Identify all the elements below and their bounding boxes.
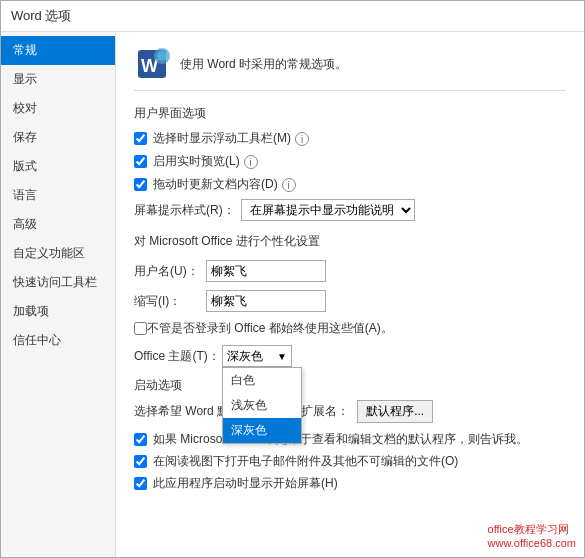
theme-dropdown-wrapper: 深灰色 ▼ 白色 浅灰色 深灰色 bbox=[222, 345, 292, 367]
theme-dropdown-btn[interactable]: 深灰色 ▼ bbox=[222, 345, 292, 367]
title-bar: Word 选项 bbox=[1, 1, 584, 32]
cb-floating-toolbar[interactable] bbox=[134, 132, 147, 145]
cb-not-default[interactable] bbox=[134, 433, 147, 446]
screen-tip-select[interactable]: 在屏幕提示中显示功能说明 bbox=[241, 199, 415, 221]
cb1-info-icon: i bbox=[295, 132, 309, 146]
word-options-window: Word 选项 常规 显示 校对 保存 版式 语言 高级 bbox=[0, 0, 585, 558]
username-input[interactable] bbox=[206, 260, 326, 282]
cb-update-drag-row: 拖动时更新文档内容(D) i bbox=[134, 176, 566, 193]
theme-dropdown-menu: 白色 浅灰色 深灰色 bbox=[222, 367, 302, 444]
cb-always-label: 不管是否登录到 Office 都始终使用这些值(A)。 bbox=[147, 320, 393, 337]
cb-email-attachments[interactable] bbox=[134, 455, 147, 468]
cb-show-start-screen-label: 此应用程序启动时显示开始屏幕(H) bbox=[153, 475, 338, 492]
theme-option-darkgray[interactable]: 深灰色 bbox=[223, 418, 301, 443]
screen-tip-row: 屏幕提示样式(R)： 在屏幕提示中显示功能说明 bbox=[134, 199, 566, 221]
section-header: W 使用 Word 时采用的常规选项。 bbox=[134, 46, 566, 91]
bottom-cb3-row: 此应用程序启动时显示开始屏幕(H) bbox=[134, 475, 566, 492]
sidebar-item-general[interactable]: 常规 bbox=[1, 36, 115, 65]
svg-point-3 bbox=[157, 51, 167, 61]
cb-live-preview[interactable] bbox=[134, 155, 147, 168]
sidebar: 常规 显示 校对 保存 版式 语言 高级 自定义功能区 bbox=[1, 32, 116, 557]
cb-update-drag[interactable] bbox=[134, 178, 147, 191]
cb-floating-toolbar-row: 选择时显示浮动工具栏(M) i bbox=[134, 130, 566, 147]
cb3-info-icon: i bbox=[282, 178, 296, 192]
cb2-info-icon: i bbox=[244, 155, 258, 169]
theme-label: Office 主题(T)： bbox=[134, 348, 222, 365]
startup-row: 选择希望 Word 默认情况下打开扩展名： 默认程序... bbox=[134, 400, 566, 423]
ui-options-title: 用户界面选项 bbox=[134, 105, 566, 122]
word-icon: W bbox=[134, 46, 170, 82]
cb-show-start-screen[interactable] bbox=[134, 477, 147, 490]
cb-not-default-label: 如果 Microsoft Word 不是用于查看和编辑文档的默认程序，则告诉我。 bbox=[153, 431, 528, 448]
watermark: office教程学习网 www.office68.com bbox=[488, 522, 576, 549]
main-panel: W 使用 Word 时采用的常规选项。 用户界面选项 选择时显示浮动工具栏(M)… bbox=[116, 32, 584, 557]
cb-update-drag-label: 拖动时更新文档内容(D) bbox=[153, 176, 278, 193]
sidebar-item-proofing[interactable]: 校对 bbox=[1, 94, 115, 123]
username-row: 用户名(U)： bbox=[134, 260, 566, 282]
sidebar-item-quick-access[interactable]: 快速访问工具栏 bbox=[1, 268, 115, 297]
abbr-label: 缩写(I)： bbox=[134, 293, 206, 310]
startup-title: 启动选项 bbox=[134, 377, 566, 394]
abbr-row: 缩写(I)： bbox=[134, 290, 566, 312]
office-theme-row: Office 主题(T)： 深灰色 ▼ 白色 浅灰色 bbox=[134, 345, 566, 367]
sidebar-item-save[interactable]: 保存 bbox=[1, 123, 115, 152]
sidebar-item-customize-ribbon[interactable]: 自定义功能区 bbox=[1, 239, 115, 268]
theme-option-white[interactable]: 白色 bbox=[223, 368, 301, 393]
title-text: Word 选项 bbox=[11, 7, 71, 25]
theme-btn-text: 深灰色 bbox=[227, 348, 273, 365]
cb-floating-toolbar-label: 选择时显示浮动工具栏(M) bbox=[153, 130, 291, 147]
default-programs-button[interactable]: 默认程序... bbox=[357, 400, 433, 423]
theme-option-lightgray[interactable]: 浅灰色 bbox=[223, 393, 301, 418]
cb-always-row: 不管是否登录到 Office 都始终使用这些值(A)。 bbox=[134, 320, 566, 337]
sidebar-item-trust-center[interactable]: 信任中心 bbox=[1, 326, 115, 355]
abbr-input[interactable] bbox=[206, 290, 326, 312]
cb-email-attachments-label: 在阅读视图下打开电子邮件附件及其他不可编辑的文件(O) bbox=[153, 453, 458, 470]
sidebar-item-display[interactable]: 显示 bbox=[1, 65, 115, 94]
bottom-cb2-row: 在阅读视图下打开电子邮件附件及其他不可编辑的文件(O) bbox=[134, 453, 566, 470]
chevron-down-icon: ▼ bbox=[277, 351, 287, 362]
screen-tip-label: 屏幕提示样式(R)： bbox=[134, 202, 235, 219]
cb-always[interactable] bbox=[134, 322, 147, 335]
sidebar-item-layout[interactable]: 版式 bbox=[1, 152, 115, 181]
username-label: 用户名(U)： bbox=[134, 263, 206, 280]
personalize-title: 对 Microsoft Office 进行个性化设置 bbox=[134, 233, 566, 250]
cb-live-preview-row: 启用实时预览(L) i bbox=[134, 153, 566, 170]
sidebar-item-addins[interactable]: 加载项 bbox=[1, 297, 115, 326]
bottom-cb1-row: 如果 Microsoft Word 不是用于查看和编辑文档的默认程序，则告诉我。 bbox=[134, 431, 566, 448]
section-description: 使用 Word 时采用的常规选项。 bbox=[180, 56, 347, 73]
cb-live-preview-label: 启用实时预览(L) bbox=[153, 153, 240, 170]
sidebar-item-language[interactable]: 语言 bbox=[1, 181, 115, 210]
content-area: 常规 显示 校对 保存 版式 语言 高级 自定义功能区 bbox=[1, 32, 584, 557]
bottom-checkboxes: 如果 Microsoft Word 不是用于查看和编辑文档的默认程序，则告诉我。… bbox=[134, 431, 566, 492]
sidebar-item-advanced[interactable]: 高级 bbox=[1, 210, 115, 239]
